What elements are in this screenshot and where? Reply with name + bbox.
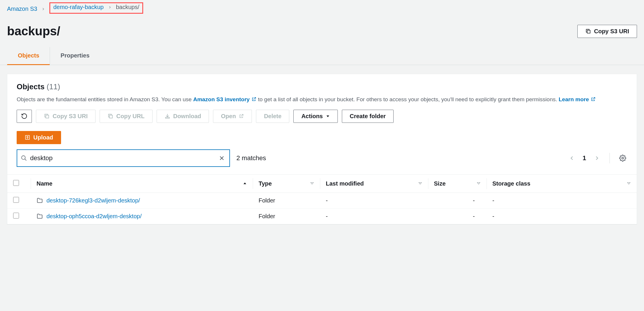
copy-icon xyxy=(585,28,591,34)
cell-storage-class: - xyxy=(487,208,637,224)
panel-desc-mid: to get a list of all objects in your buc… xyxy=(258,96,559,102)
col-name[interactable]: Name xyxy=(31,174,253,193)
upload-button[interactable]: Upload xyxy=(17,131,61,144)
inventory-link[interactable]: Amazon S3 inventory xyxy=(193,96,258,102)
col-size-label: Size xyxy=(434,180,446,187)
pagination: 1 xyxy=(567,153,627,163)
svg-marker-15 xyxy=(477,183,480,184)
folder-icon xyxy=(37,197,43,204)
copy-s3-uri-button[interactable]: Copy S3 URI xyxy=(577,25,637,38)
tab-objects[interactable]: Objects xyxy=(7,47,50,65)
search-input[interactable] xyxy=(27,154,218,162)
col-storage-class[interactable]: Storage class xyxy=(487,174,637,193)
cell-last-modified: - xyxy=(320,208,428,224)
chevron-right-icon xyxy=(594,155,600,161)
divider xyxy=(610,153,610,163)
svg-point-7 xyxy=(22,156,25,159)
folder-icon xyxy=(37,213,43,219)
search-box xyxy=(17,149,230,167)
settings-button[interactable] xyxy=(618,153,627,163)
prev-page-button[interactable] xyxy=(567,154,576,163)
actions-label: Actions xyxy=(301,113,323,120)
cell-last-modified: - xyxy=(320,193,428,208)
svg-rect-0 xyxy=(587,30,590,33)
table-header-row: Name Type Last xyxy=(7,174,637,193)
cell-size: - xyxy=(428,193,487,208)
refresh-button[interactable] xyxy=(17,110,32,123)
object-name-link[interactable]: desktop-oph5ccoa-d2wljem-desktop/ xyxy=(46,213,142,220)
filter-icon xyxy=(310,181,314,186)
search-row: 2 matches 1 xyxy=(17,149,627,172)
col-last-modified-label: Last modified xyxy=(326,180,364,187)
svg-line-8 xyxy=(25,159,27,160)
svg-rect-2 xyxy=(110,115,112,118)
download-label: Download xyxy=(173,113,201,120)
download-button[interactable]: Download xyxy=(157,110,209,123)
col-name-label: Name xyxy=(37,180,52,187)
chevron-right-icon xyxy=(108,5,112,9)
col-last-modified[interactable]: Last modified xyxy=(320,174,428,193)
chevron-right-icon xyxy=(41,7,45,11)
clear-search-button[interactable] xyxy=(218,154,226,162)
cell-size: - xyxy=(428,208,487,224)
filter-icon xyxy=(627,181,631,186)
select-all-checkbox[interactable] xyxy=(13,180,19,186)
filter-icon xyxy=(477,181,481,186)
object-name-link[interactable]: desktop-726kegl3-d2wljem-desktop/ xyxy=(46,197,140,204)
cell-type: Folder xyxy=(253,208,320,224)
copy-url-button[interactable]: Copy URL xyxy=(100,110,153,123)
page-title: backups/ xyxy=(7,24,60,38)
close-icon xyxy=(219,155,225,161)
table-row: desktop-726kegl3-d2wljem-desktop/ Folder… xyxy=(7,193,637,208)
copy-s3-uri-small-label: Copy S3 URI xyxy=(53,113,88,120)
copy-s3-uri-label: Copy S3 URI xyxy=(594,28,629,35)
create-folder-button[interactable]: Create folder xyxy=(342,110,394,123)
upload-label: Upload xyxy=(33,134,53,141)
svg-marker-16 xyxy=(627,183,630,184)
col-type[interactable]: Type xyxy=(253,174,320,193)
open-button[interactable]: Open xyxy=(213,110,252,123)
actions-dropdown[interactable]: Actions xyxy=(293,110,337,123)
col-size[interactable]: Size xyxy=(428,174,487,193)
title-row: backups/ Copy S3 URI xyxy=(0,17,644,47)
breadcrumb-root[interactable]: Amazon S3 xyxy=(7,6,37,12)
panel-description: Objects are the fundamental entities sto… xyxy=(17,95,627,104)
objects-table: Name Type Last xyxy=(7,174,637,224)
svg-rect-3 xyxy=(165,117,169,118)
breadcrumb-bucket[interactable]: demo-rafay-backup xyxy=(53,4,103,11)
filter-icon xyxy=(418,181,422,186)
copy-s3-uri-button-small[interactable]: Copy S3 URI xyxy=(36,110,96,123)
delete-button[interactable]: Delete xyxy=(256,110,289,123)
svg-marker-14 xyxy=(419,183,421,184)
panel-heading-text: Objects xyxy=(17,82,44,91)
upload-icon xyxy=(25,134,30,140)
cell-type: Folder xyxy=(253,193,320,208)
delete-label: Delete xyxy=(264,113,281,120)
col-storage-class-label: Storage class xyxy=(492,180,530,187)
panel-heading: Objects (11) xyxy=(17,82,627,91)
external-link-icon xyxy=(239,113,244,119)
caret-down-icon xyxy=(326,114,330,118)
breadcrumb-current: backups/ xyxy=(116,4,139,11)
sort-asc-icon xyxy=(243,181,247,186)
learn-more-link[interactable]: Learn more xyxy=(559,96,596,102)
svg-point-11 xyxy=(622,157,624,159)
svg-marker-12 xyxy=(243,183,246,184)
copy-url-label: Copy URL xyxy=(116,113,145,120)
toolbar: Copy S3 URI Copy URL Download Open xyxy=(17,110,627,144)
create-folder-label: Create folder xyxy=(350,113,386,120)
objects-panel: Objects (11) Objects are the fundamental… xyxy=(7,74,637,224)
svg-rect-1 xyxy=(46,115,49,118)
external-link-icon xyxy=(251,97,257,102)
col-type-label: Type xyxy=(259,180,272,187)
breadcrumb-highlight: demo-rafay-backup backups/ xyxy=(49,2,143,14)
download-icon xyxy=(165,113,170,119)
cell-storage-class: - xyxy=(487,193,637,208)
chevron-left-icon xyxy=(569,155,575,161)
row-checkbox[interactable] xyxy=(13,197,19,203)
panel-desc-prefix: Objects are the fundamental entities sto… xyxy=(17,96,193,102)
tab-properties[interactable]: Properties xyxy=(50,47,100,65)
gear-icon xyxy=(619,155,626,162)
next-page-button[interactable] xyxy=(593,154,601,163)
row-checkbox[interactable] xyxy=(13,213,19,219)
